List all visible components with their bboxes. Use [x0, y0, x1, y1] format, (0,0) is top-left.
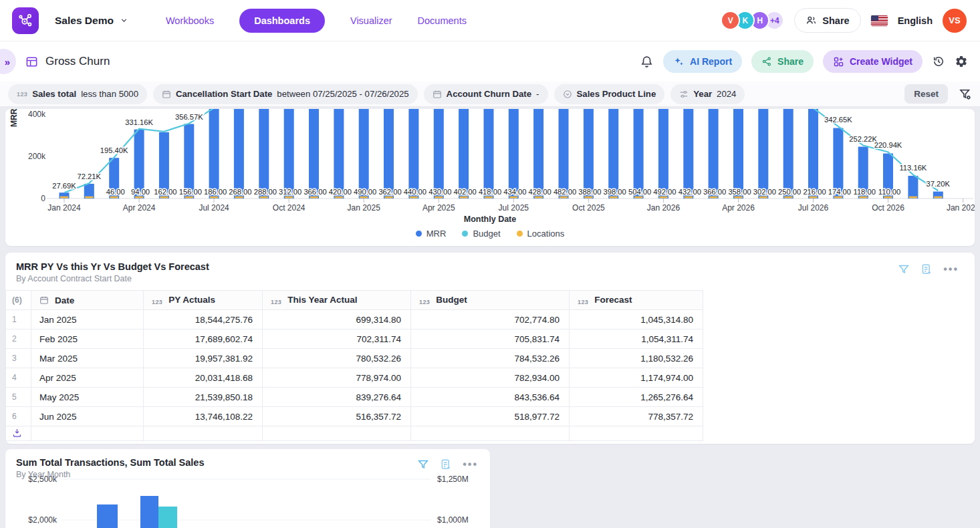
- filter-chip-sales-total[interactable]: 123Sales totalless than 5000: [8, 84, 147, 104]
- cell-value: 1,180,532.26: [570, 349, 703, 368]
- column-header-py-actuals[interactable]: 123PY Actuals: [144, 291, 263, 310]
- legend-item-mrr[interactable]: MRR: [416, 229, 447, 239]
- table-header-row: (6)Date123PY Actuals123This Year Actual1…: [6, 291, 703, 310]
- widget-plus-icon: [833, 56, 844, 68]
- nav-item-visualizer[interactable]: Visualizer: [350, 15, 392, 26]
- table-footer-row: [6, 426, 703, 441]
- table-row[interactable]: 4Apr 202520,031,418.68778,974.00782,934.…: [6, 368, 703, 388]
- svg-text:400k: 400k: [28, 110, 46, 119]
- table-row[interactable]: 6Jun 202513,746,108.22516,357.72518,977.…: [6, 407, 703, 426]
- column-header-budget[interactable]: 123Budget: [411, 291, 570, 310]
- share-label: Share: [822, 15, 849, 26]
- svg-text:366.00: 366.00: [303, 188, 326, 196]
- svg-text:Jul 2025: Jul 2025: [499, 203, 529, 213]
- svg-text:418.00: 418.00: [479, 188, 501, 196]
- table-row[interactable]: 2Feb 202517,689,602.74702,311.74705,831.…: [6, 329, 703, 349]
- svg-text:Jan 2027: Jan 2027: [947, 203, 975, 213]
- reset-filters-button[interactable]: Reset: [904, 84, 948, 104]
- nav-item-workbooks[interactable]: Workbooks: [166, 15, 214, 26]
- svg-text:Oct 2025: Oct 2025: [572, 203, 605, 213]
- table-row[interactable]: 5May 202521,539,850.18839,276.64843,536.…: [6, 388, 703, 407]
- cell-date: Jan 2025: [31, 310, 144, 329]
- filter-chip-sales-product-line[interactable]: Sales Product Line: [554, 84, 665, 104]
- column-header-this-year-actual[interactable]: 123This Year Actual: [263, 291, 411, 310]
- filter-settings-button[interactable]: [959, 88, 972, 101]
- filter-field-name: Account Churn Date: [447, 89, 531, 99]
- cell-value: 778,974.00: [263, 368, 411, 388]
- svg-text:220.94K: 220.94K: [874, 141, 902, 149]
- 123-icon: 123: [152, 299, 162, 305]
- chart-legend: MRRBudgetLocations: [5, 229, 975, 239]
- primary-nav: WorkbooksDashboardsVisualizerDocuments: [166, 9, 467, 33]
- svg-text:0: 0: [41, 194, 45, 203]
- table-row[interactable]: 1Jan 202518,544,275.76699,314.80702,774.…: [6, 310, 703, 329]
- table-body: 1Jan 202518,544,275.76699,314.80702,774.…: [6, 310, 703, 426]
- cell-date: Jun 2025: [31, 407, 144, 426]
- app-logo[interactable]: [12, 7, 39, 34]
- svg-text:113.16K: 113.16K: [899, 164, 927, 172]
- download-cell[interactable]: [6, 426, 31, 441]
- legend-item-budget[interactable]: Budget: [462, 229, 500, 239]
- svg-text:366.00: 366.00: [703, 188, 726, 196]
- legend-label: Budget: [473, 229, 500, 239]
- dashboard-share-button[interactable]: Share: [751, 50, 814, 73]
- mini-widget-title: Sum Total Transactions, Sum Total Sales: [16, 457, 490, 468]
- svg-text:94.00: 94.00: [131, 188, 150, 196]
- svg-text:Jul 2024: Jul 2024: [199, 203, 229, 213]
- svg-text:110.00: 110.00: [878, 188, 900, 196]
- gear-icon: [955, 55, 968, 68]
- svg-text:46.00: 46.00: [106, 188, 125, 196]
- cell-value: 705,831.74: [411, 329, 570, 349]
- calendar-icon: [433, 90, 442, 99]
- ai-report-button[interactable]: AI Report: [663, 50, 742, 73]
- avatar-v[interactable]: V: [721, 11, 740, 30]
- column-header-forecast[interactable]: 123Forecast: [570, 291, 703, 310]
- svg-text:420.00: 420.00: [329, 188, 352, 196]
- table-widget-icons: •••: [898, 263, 959, 275]
- svg-text:Oct 2026: Oct 2026: [872, 203, 904, 213]
- us-flag-icon[interactable]: [871, 15, 888, 26]
- funnel-icon: [898, 263, 910, 275]
- 123-icon: 123: [17, 91, 27, 98]
- legend-dot: [517, 231, 523, 237]
- legend-item-locations[interactable]: Locations: [517, 229, 565, 239]
- cell-value: 843,536.64: [411, 388, 570, 407]
- nav-item-documents[interactable]: Documents: [418, 15, 467, 26]
- dashboard-share-label: Share: [777, 56, 804, 67]
- widget-filter-button[interactable]: [898, 263, 910, 275]
- workspace-switcher[interactable]: Sales Demo: [55, 15, 128, 27]
- cell-value: 518,977.72: [411, 407, 570, 426]
- filter-value: less than 5000: [81, 89, 138, 99]
- history-button[interactable]: [932, 55, 945, 68]
- column-header-date[interactable]: Date: [31, 291, 144, 310]
- svg-text:490.00: 490.00: [354, 188, 376, 196]
- filter-chip-account-churn-date[interactable]: Account Churn Date-: [424, 84, 548, 104]
- svg-text:118.00: 118.00: [854, 188, 876, 196]
- nav-item-dashboards[interactable]: Dashboards: [239, 9, 325, 33]
- filter-chip-year[interactable]: Year2024: [670, 84, 745, 104]
- sidebar-expand-button[interactable]: »: [0, 49, 16, 74]
- row-number: 5: [6, 388, 31, 407]
- notifications-button[interactable]: [640, 55, 654, 69]
- widget-more-button[interactable]: •••: [943, 266, 959, 273]
- churn-chart-svg[interactable]: 400k200k0MRR27.69K72.21K46.00195.40K94.0…: [5, 109, 975, 214]
- workspace-name: Sales Demo: [55, 15, 114, 27]
- svg-text:440.00: 440.00: [404, 188, 426, 196]
- svg-text:358.00: 358.00: [728, 188, 751, 196]
- cell-value: 778,357.72: [570, 407, 703, 426]
- user-avatar[interactable]: VS: [943, 9, 967, 33]
- create-widget-button[interactable]: Create Widget: [823, 50, 923, 73]
- widget-data-button[interactable]: [921, 263, 933, 275]
- language-label[interactable]: English: [898, 15, 933, 26]
- table-row[interactable]: 3Mar 202519,957,381.92780,532.26784,532.…: [6, 349, 703, 368]
- svg-text:Oct 2024: Oct 2024: [273, 203, 305, 213]
- svg-text:312.00: 312.00: [279, 188, 301, 196]
- row-number: 2: [6, 329, 31, 349]
- svg-text:302.00: 302.00: [753, 188, 776, 196]
- svg-text:195.40K: 195.40K: [100, 146, 128, 154]
- molecule-icon: [17, 12, 34, 29]
- settings-button[interactable]: [955, 55, 968, 68]
- svg-text:Jan 2025: Jan 2025: [348, 203, 381, 213]
- filter-chip-cancellation-start-date[interactable]: Cancellation Start Datebetween 07/25/202…: [153, 84, 418, 104]
- share-button[interactable]: Share: [794, 8, 860, 33]
